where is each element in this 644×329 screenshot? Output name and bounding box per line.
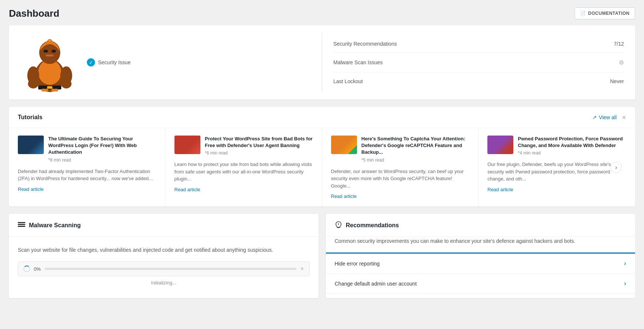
- tutorial-excerpt-1: Defender had already implemented Two-Fac…: [18, 168, 156, 182]
- rec-item-hide-error-label: Hide error reporting: [335, 261, 380, 267]
- tutorial-read-time-2: *6 min read: [205, 150, 313, 156]
- scan-spinner-icon: [23, 266, 30, 272]
- stat-label-malware: Malware Scan Issues: [333, 59, 383, 65]
- rec-item-change-admin-label: Change default admin user account: [335, 281, 417, 287]
- hero-stats: Security Recommendations 7/12 Malware Sc…: [333, 35, 624, 90]
- documentation-button[interactable]: 📄 DOCUMENTATION: [575, 7, 635, 19]
- svg-rect-5: [46, 55, 53, 56]
- tutorial-meta-3: Here's Something To Captcha Your Attenti…: [362, 136, 470, 163]
- stat-label-recommendations: Security Recommendations: [333, 41, 397, 47]
- malware-section-body: Scan your website for file changes, vuln…: [9, 237, 318, 298]
- recommendations-icon: [335, 221, 342, 230]
- tutorial-read-link-3[interactable]: Read article: [331, 193, 357, 199]
- scan-percent-label: 0%: [34, 266, 41, 272]
- rec-section-header: Recommendations: [326, 214, 635, 237]
- tutorial-item: Here's Something To Captcha Your Attenti…: [322, 128, 479, 206]
- stat-row-lockout: Last Lockout Never: [333, 72, 624, 90]
- tutorials-title: Tutorials: [18, 114, 42, 121]
- svg-rect-12: [42, 89, 48, 91]
- tutorial-thumb-row: Protect Your WordPress Site from Bad Bot…: [174, 136, 313, 156]
- svg-rect-13: [51, 89, 58, 91]
- tutorial-thumbnail-3: [331, 136, 357, 154]
- tutorial-read-link-4[interactable]: Read article: [487, 187, 513, 192]
- tutorial-thumb-row: Pwned Password Protection, Force Passwor…: [487, 136, 626, 156]
- tutorial-item: The Ultimate Guide To Securing Your Word…: [9, 128, 166, 206]
- tutorials-card: Tutorials ↗ View all × The Ultimate Guid…: [9, 107, 635, 206]
- svg-rect-4: [52, 50, 56, 52]
- rec-description: Common security improvements you can mak…: [326, 237, 635, 253]
- svg-rect-11: [47, 86, 52, 89]
- view-all-link[interactable]: ↗ View all: [592, 114, 617, 120]
- malware-section-title: Malware Scanning: [29, 222, 81, 229]
- recommendations-card: Recommendations Common security improvem…: [326, 214, 635, 298]
- tutorial-thumb-row: Here's Something To Captcha Your Attenti…: [331, 136, 470, 163]
- rec-chevron-icon-2: ›: [624, 280, 626, 287]
- tutorial-item: Protect Your WordPress Site from Bad Bot…: [166, 128, 322, 206]
- tutorials-header: Tutorials ↗ View all ×: [9, 107, 635, 128]
- scan-cancel-button[interactable]: ×: [300, 266, 304, 272]
- tutorial-thumbnail-4: [487, 136, 513, 154]
- mascot-image: [20, 33, 79, 92]
- tutorials-grid: The Ultimate Guide To Securing Your Word…: [9, 128, 635, 206]
- tutorial-title-2: Protect Your WordPress Site from Bad Bot…: [205, 136, 313, 149]
- stat-value-recommendations: 7/12: [614, 41, 624, 47]
- hero-status: ✓ Security Issue: [87, 58, 131, 66]
- scan-bar-background: [45, 268, 297, 270]
- scan-progress-bar: 0% ×: [18, 261, 310, 276]
- tutorial-thumbnail-1: [18, 136, 44, 154]
- malware-scanning-icon: [18, 221, 25, 230]
- malware-section-header: Malware Scanning: [9, 214, 318, 237]
- tutorial-read-time-4: *4 min read: [518, 150, 626, 156]
- rec-item-change-admin[interactable]: Change default admin user account ›: [326, 274, 635, 294]
- tutorial-meta-1: The Ultimate Guide To Securing Your Word…: [48, 136, 156, 163]
- tutorial-read-time-3: *5 min read: [362, 157, 470, 163]
- malware-scanning-card: Malware Scanning Scan your website for f…: [9, 214, 318, 298]
- svg-point-9: [61, 79, 71, 88]
- malware-description: Scan your website for file changes, vuln…: [18, 246, 310, 254]
- stat-label-lockout: Last Lockout: [333, 78, 363, 84]
- rec-item-hide-error[interactable]: Hide error reporting ›: [326, 254, 635, 274]
- tutorial-title-4: Pwned Password Protection, Force Passwor…: [518, 136, 626, 149]
- stat-row-malware: Malware Scan Issues ⚙: [333, 53, 624, 72]
- tutorial-thumbnail-2: [174, 136, 200, 154]
- svg-rect-16: [18, 226, 25, 227]
- rec-list: Hide error reporting › Change default ad…: [326, 253, 635, 294]
- page-title: Dashboard: [9, 8, 59, 19]
- stat-row-recommendations: Security Recommendations 7/12: [333, 35, 624, 53]
- status-check-icon: ✓: [87, 58, 95, 66]
- svg-rect-17: [337, 227, 340, 228]
- tutorial-read-link-2[interactable]: Read article: [174, 187, 200, 192]
- svg-rect-15: [18, 224, 25, 225]
- tutorial-read-time-1: *8 min read: [48, 157, 156, 163]
- svg-point-2: [39, 41, 61, 64]
- malware-gear-icon[interactable]: ⚙: [619, 59, 624, 66]
- hero-divider: [322, 33, 322, 92]
- tutorials-wrapper: The Ultimate Guide To Securing Your Word…: [9, 128, 635, 206]
- tutorial-excerpt-3: Defender, our answer to WordPress securi…: [331, 168, 470, 190]
- rec-section-title: Recommendations: [346, 222, 399, 229]
- svg-rect-14: [18, 222, 25, 223]
- security-issue-label: Security Issue: [98, 59, 131, 65]
- tutorial-read-link-1[interactable]: Read article: [18, 186, 43, 192]
- hero-card: ✓ Security Issue Security Recommendation…: [9, 25, 635, 100]
- bottom-row: Malware Scanning Scan your website for f…: [9, 214, 635, 298]
- view-all-icon: ↗: [592, 114, 597, 120]
- stat-value-lockout: Never: [610, 78, 624, 84]
- rec-chevron-icon-1: ›: [624, 260, 626, 267]
- tutorial-meta-4: Pwned Password Protection, Force Passwor…: [518, 136, 626, 156]
- tutorials-actions: ↗ View all ×: [592, 114, 626, 121]
- tutorial-title-1: The Ultimate Guide To Securing Your Word…: [48, 136, 156, 156]
- tutorials-next-arrow[interactable]: ›: [611, 162, 622, 173]
- tutorial-thumb-row: The Ultimate Guide To Securing Your Word…: [18, 136, 156, 163]
- doc-icon: 📄: [580, 11, 586, 16]
- tutorial-excerpt-2: Learn how to protect your site from bad …: [174, 161, 313, 183]
- scan-status-text: Initializing...: [18, 276, 310, 289]
- svg-point-8: [28, 79, 38, 88]
- tutorial-title-3: Here's Something To Captcha Your Attenti…: [362, 136, 470, 156]
- svg-rect-3: [44, 50, 48, 52]
- hero-left: ✓ Security Issue: [20, 33, 311, 92]
- tutorial-meta-2: Protect Your WordPress Site from Bad Bot…: [205, 136, 313, 156]
- tutorial-excerpt-4: Our free plugin, Defender, beefs up your…: [487, 161, 626, 183]
- close-tutorials-button[interactable]: ×: [622, 114, 626, 121]
